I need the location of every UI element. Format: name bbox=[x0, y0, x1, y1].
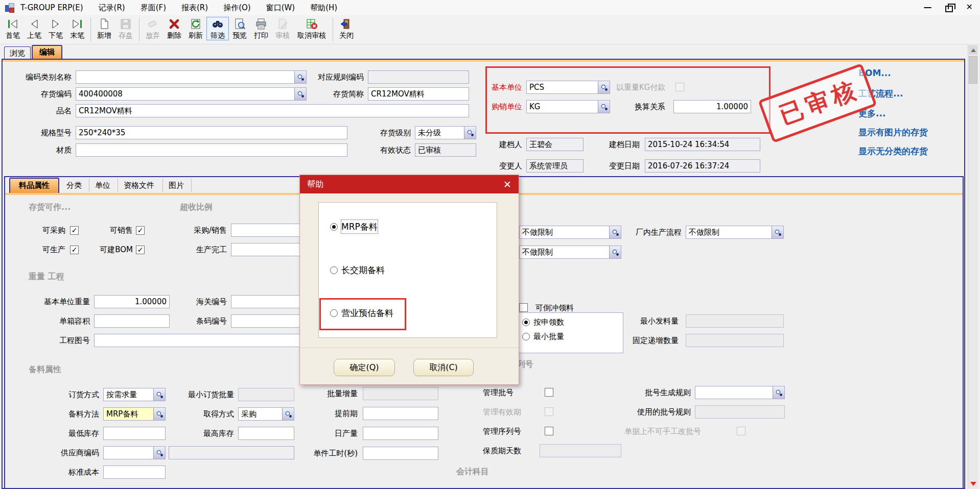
factory-flow-field[interactable]: 不做限制 bbox=[686, 226, 784, 239]
max-stock-field[interactable] bbox=[238, 427, 294, 440]
lookup-icon[interactable] bbox=[153, 408, 165, 420]
lookup-icon[interactable] bbox=[598, 81, 610, 93]
toolbar-filter-button[interactable]: 筛选 bbox=[206, 17, 229, 40]
menu-help[interactable]: 帮助(H) bbox=[310, 3, 337, 13]
menu-interface[interactable]: 界面(F) bbox=[141, 3, 166, 13]
toolbar-preview-button[interactable]: 预览 bbox=[229, 17, 250, 40]
toolbar-print-button[interactable]: 打印 bbox=[250, 17, 272, 40]
menu-operation[interactable]: 操作(O) bbox=[223, 3, 251, 13]
can-build-bom-checkbox[interactable]: ✓ bbox=[136, 246, 145, 254]
help-dialog-titlebar[interactable]: 帮助 ✕ bbox=[300, 175, 519, 193]
item-code-field[interactable]: 400400008 bbox=[76, 87, 307, 101]
toolbar-new-button[interactable]: 新增 bbox=[94, 17, 115, 40]
daily-output-field[interactable] bbox=[363, 427, 438, 440]
toolbar-last-button[interactable]: 末笔 bbox=[66, 17, 88, 40]
scroll-up-icon[interactable] bbox=[969, 45, 977, 55]
purchasable-label: 可采购 bbox=[29, 224, 65, 237]
producible-checkbox[interactable]: ✓ bbox=[70, 246, 79, 254]
level-field[interactable]: 未分级 bbox=[415, 126, 476, 139]
lookup-icon[interactable] bbox=[153, 388, 165, 401]
toolbar-delete-button[interactable]: 删除 bbox=[164, 17, 185, 40]
toolbar-cancel-audit-button[interactable]: 取消审核 bbox=[293, 17, 330, 40]
menu-record[interactable]: 记录(R) bbox=[99, 3, 125, 13]
toolbar-first-button[interactable]: 首笔 bbox=[2, 17, 24, 40]
menu-window[interactable]: 窗口(W) bbox=[266, 3, 295, 13]
subtab-item-attributes[interactable]: 料品属性 bbox=[9, 178, 59, 193]
option-long-leadtime-label[interactable]: 长交期备料 bbox=[341, 263, 385, 277]
dialog-close-icon[interactable]: ✕ bbox=[503, 175, 511, 193]
manage-serial-checkbox[interactable] bbox=[545, 427, 553, 435]
tab-edit[interactable]: 编辑 bbox=[32, 45, 62, 59]
scrollbar-thumb[interactable] bbox=[969, 56, 977, 84]
unit-work-time-field[interactable] bbox=[363, 447, 438, 460]
toolbar-save-button[interactable]: 存盘 bbox=[115, 17, 136, 40]
menu-report[interactable]: 报表(R) bbox=[181, 3, 208, 13]
link-show-unclassified[interactable]: 显示无分类的存货 bbox=[858, 145, 928, 157]
item-name-field[interactable]: CR12MOV精料 bbox=[76, 104, 469, 117]
lookup-icon[interactable] bbox=[598, 101, 610, 113]
issue-by-request-radio[interactable] bbox=[522, 319, 530, 326]
order-mode-field[interactable]: 按需求量 bbox=[103, 388, 166, 401]
lookup-icon[interactable] bbox=[282, 408, 294, 420]
rule-code-field[interactable] bbox=[368, 70, 469, 84]
subtab-image[interactable]: 图片 bbox=[169, 179, 192, 192]
acquire-mode-field[interactable]: 采购 bbox=[238, 407, 294, 421]
purchasable-checkbox[interactable]: ✓ bbox=[70, 226, 79, 235]
link-show-with-image[interactable]: 显示有图片的存货 bbox=[858, 127, 928, 138]
vertical-scrollbar[interactable] bbox=[968, 45, 978, 489]
lead-time-field[interactable] bbox=[363, 407, 438, 420]
lookup-icon[interactable] bbox=[294, 71, 306, 83]
lookup-icon[interactable] bbox=[609, 226, 621, 238]
base-unit-field[interactable]: PCS bbox=[526, 81, 610, 94]
limit-field-1[interactable]: 不做限制 bbox=[519, 226, 621, 239]
toolbar-audit-button[interactable]: 审核 bbox=[272, 17, 293, 40]
toolbar-refresh-button[interactable]: 刷新 bbox=[185, 17, 206, 40]
lookup-icon[interactable] bbox=[294, 88, 306, 100]
menu-app[interactable]: T-GROUP ERP(E) bbox=[20, 3, 83, 12]
subtab-unit[interactable]: 单位 bbox=[95, 179, 118, 192]
restore-icon[interactable] bbox=[945, 6, 953, 12]
backflush-checkbox[interactable] bbox=[519, 303, 528, 312]
lookup-icon[interactable] bbox=[773, 386, 784, 399]
option-mrp-label[interactable]: MRP备料 bbox=[341, 220, 378, 233]
base-unit-weight-field[interactable]: 1.00000 bbox=[94, 295, 170, 308]
limit-field-2[interactable]: 不做限制 bbox=[519, 246, 621, 259]
code-category-field[interactable] bbox=[76, 70, 307, 84]
option-sales-forecast-label[interactable]: 营业预估备料 bbox=[341, 306, 393, 320]
sellable-checkbox[interactable]: ✓ bbox=[136, 226, 145, 235]
toolbar-discard-button[interactable]: 放弃 bbox=[142, 17, 164, 40]
subtab-category[interactable]: 分类 bbox=[66, 179, 89, 192]
issue-by-min-radio[interactable] bbox=[522, 333, 530, 340]
lookup-icon[interactable] bbox=[464, 127, 476, 139]
lookup-icon[interactable] bbox=[153, 447, 165, 459]
close-window-icon[interactable]: ✕ bbox=[966, 1, 973, 13]
batch-rule-field[interactable] bbox=[695, 386, 785, 399]
min-stock-field[interactable] bbox=[103, 427, 166, 440]
option-long-leadtime-radio[interactable] bbox=[330, 266, 338, 274]
toolbar-next-button[interactable]: 下笔 bbox=[45, 17, 66, 40]
spec-field[interactable]: 250*240*35 bbox=[76, 126, 347, 139]
box-volume-field[interactable] bbox=[94, 314, 170, 328]
ok-button[interactable]: 确定(Q) bbox=[334, 359, 395, 376]
material-field[interactable] bbox=[76, 143, 347, 157]
purchase-sale-ratio-label: 采购/销售 bbox=[180, 224, 227, 237]
supplier-code-field[interactable] bbox=[103, 446, 166, 459]
toolbar-close-button[interactable]: 关闭 bbox=[336, 17, 357, 40]
tab-browse[interactable]: 浏览 bbox=[4, 46, 31, 59]
option-mrp-radio[interactable] bbox=[330, 223, 338, 231]
scroll-down-icon[interactable] bbox=[969, 479, 977, 488]
toolbar-prev-button[interactable]: 上笔 bbox=[24, 17, 45, 40]
pay-by-weight-checkbox[interactable] bbox=[675, 83, 684, 91]
conversion-field[interactable]: 1.00000 bbox=[673, 100, 751, 113]
subtab-qualification[interactable]: 资格文件 bbox=[124, 179, 163, 192]
lookup-icon[interactable] bbox=[609, 246, 621, 258]
trade-unit-field[interactable]: KG bbox=[526, 100, 610, 113]
manage-batch-checkbox[interactable] bbox=[545, 388, 553, 397]
cancel-button[interactable]: 取消(C) bbox=[413, 359, 474, 376]
item-abbr-field[interactable]: CR12MOV精料 bbox=[368, 87, 469, 101]
std-cost-field[interactable] bbox=[103, 466, 166, 479]
minimize-icon[interactable]: — bbox=[924, 1, 932, 13]
prep-method-field[interactable]: MRP备料 bbox=[103, 407, 166, 421]
option-sales-forecast-radio[interactable] bbox=[330, 309, 338, 317]
lookup-icon[interactable] bbox=[772, 226, 783, 238]
